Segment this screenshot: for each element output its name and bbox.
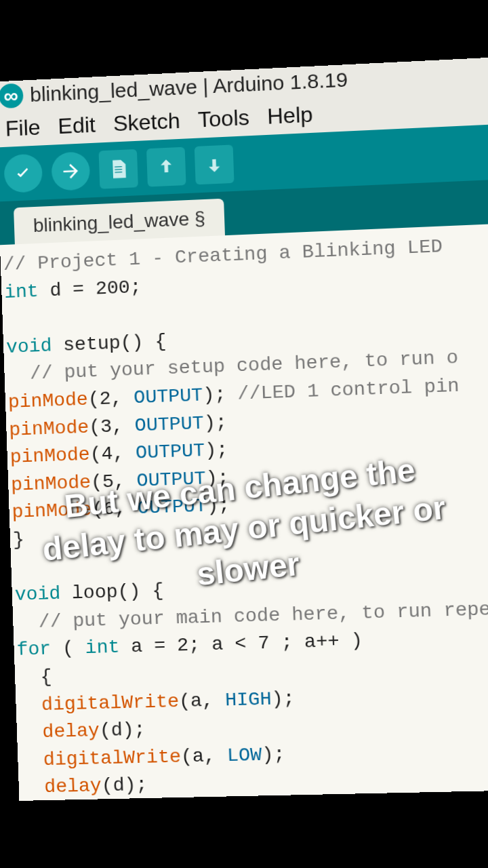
code-text: () {	[117, 580, 164, 602]
menu-sketch[interactable]: Sketch	[113, 108, 180, 137]
code-fn: delay	[19, 720, 100, 743]
code-editor[interactable]: // Project 1 - Creating a Blinking LED i…	[0, 224, 488, 801]
arduino-ide-window: ∞ blinking_led_wave | Arduino 1.8.19 Fil…	[0, 58, 488, 800]
menu-help[interactable]: Help	[267, 102, 313, 130]
code-fn: pinMode	[7, 389, 88, 413]
code-text: (2,	[87, 387, 134, 410]
code-fn: pinMode	[12, 499, 92, 523]
code-text: (d);	[101, 774, 148, 797]
code-text: );	[271, 688, 295, 709]
open-sketch-button[interactable]	[146, 147, 186, 187]
code-text: (3,	[89, 415, 136, 437]
new-sketch-button[interactable]	[99, 149, 138, 189]
code-keyword: void	[6, 335, 52, 358]
code-text: );	[207, 495, 230, 517]
code-text: (a,	[180, 745, 227, 767]
menu-edit[interactable]: Edit	[58, 113, 96, 140]
code-const: OUTPUT	[136, 440, 205, 464]
code-text: a = 2; a < 7 ; a++ )	[119, 630, 363, 658]
menu-file[interactable]: File	[5, 115, 41, 141]
upload-button[interactable]	[51, 151, 90, 191]
code-fn: pinMode	[9, 416, 89, 440]
code-keyword: for	[16, 639, 52, 660]
code-text: }	[13, 529, 25, 551]
code-text: );	[205, 467, 229, 489]
code-text: (a,	[179, 690, 226, 712]
code-text: () {	[120, 331, 167, 354]
code-text: {	[18, 666, 53, 688]
code-fn: delay	[21, 776, 102, 799]
code-keyword: void	[14, 583, 60, 606]
code-const: OUTPUT	[134, 384, 203, 408]
code-text: d = 200;	[38, 276, 142, 301]
code-text: (d);	[99, 719, 146, 741]
code-keyword: int	[85, 637, 120, 658]
code-fn: digitalWrite	[18, 690, 180, 715]
code-text: loop	[60, 581, 118, 604]
code-keyword: int	[4, 281, 39, 303]
save-sketch-button[interactable]	[195, 144, 235, 184]
code-text: (4,	[89, 443, 136, 465]
code-text: (5,	[91, 470, 138, 492]
code-const: OUTPUT	[134, 412, 204, 436]
code-text: (6,	[92, 498, 138, 520]
code-const: OUTPUT	[138, 496, 207, 519]
code-comment: //LED 1 control pin	[237, 375, 460, 404]
menu-tools[interactable]: Tools	[197, 105, 249, 133]
verify-button[interactable]	[3, 153, 43, 193]
code-const: OUTPUT	[136, 468, 206, 492]
code-text: );	[262, 744, 285, 766]
code-text: );	[205, 439, 228, 461]
code-text: );	[203, 383, 238, 406]
code-const: LOW	[226, 744, 262, 766]
code-text: (	[51, 637, 86, 659]
arduino-logo-icon: ∞	[0, 83, 24, 109]
code-fn: pinMode	[11, 472, 92, 496]
code-fn: pinMode	[9, 444, 90, 468]
code-text: );	[203, 412, 227, 433]
code-fn: digitalWrite	[20, 746, 182, 770]
code-const: HIGH	[225, 688, 272, 711]
code-text: setup	[52, 332, 121, 356]
